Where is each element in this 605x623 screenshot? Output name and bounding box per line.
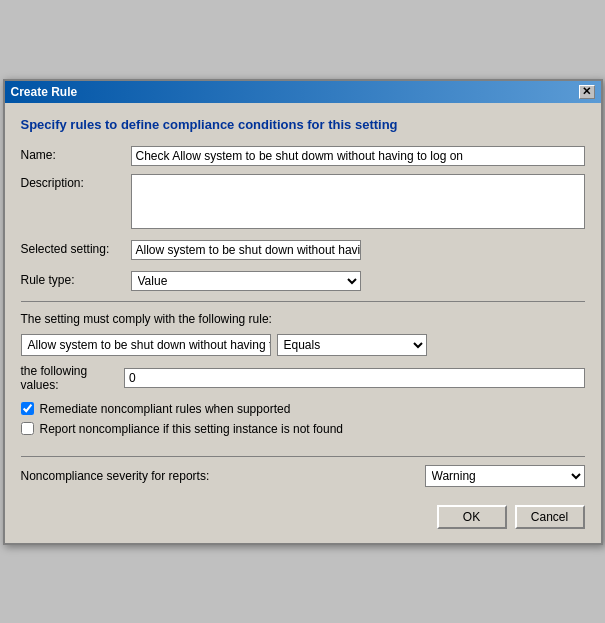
following-values-row: the following values: (21, 364, 585, 392)
severity-select[interactable]: Warning Critical Informational None Unkn… (425, 465, 585, 487)
dialog-title: Create Rule (11, 85, 78, 99)
remediate-row: Remediate noncompliant rules when suppor… (21, 402, 585, 416)
description-group: Description: (21, 174, 585, 232)
report-row: Report noncompliance if this setting ins… (21, 422, 585, 436)
name-label: Name: (21, 146, 131, 162)
severity-label: Noncompliance severity for reports: (21, 469, 425, 483)
following-values-label: the following values: (21, 364, 119, 392)
name-group: Name: (21, 146, 585, 166)
create-rule-dialog: Create Rule ✕ Specify rules to define co… (3, 79, 603, 545)
checkbox-group: Remediate noncompliant rules when suppor… (21, 402, 585, 436)
rule-note: The setting must comply with the followi… (21, 312, 585, 326)
rule-type-group: Rule type: Value Existential (21, 271, 585, 291)
following-values-input[interactable] (124, 368, 584, 388)
remediate-checkbox[interactable] (21, 402, 34, 415)
cancel-button[interactable]: Cancel (515, 505, 585, 529)
severity-row: Noncompliance severity for reports: Warn… (21, 465, 585, 487)
rule-type-wrap: Value Existential (131, 271, 585, 291)
selected-setting-group: Selected setting: Allow system to be shu… (21, 240, 585, 263)
description-label: Description: (21, 174, 131, 190)
dialog-content: Specify rules to define compliance condi… (5, 103, 601, 543)
selected-setting-value: Allow system to be shut down without hav… (131, 240, 361, 260)
rule-type-select[interactable]: Value Existential (131, 271, 361, 291)
description-input[interactable] (131, 174, 585, 229)
rule-type-label: Rule type: (21, 271, 131, 287)
report-checkbox[interactable] (21, 422, 34, 435)
selected-setting-wrap: Allow system to be shut down without hav… (131, 240, 585, 263)
name-input[interactable] (131, 146, 585, 166)
rule-section: The setting must comply with the followi… (21, 312, 585, 392)
dialog-subtitle: Specify rules to define compliance condi… (21, 117, 585, 132)
title-bar: Create Rule ✕ (5, 81, 601, 103)
rule-operator-select[interactable]: Equals Not equals Greater than Less than… (277, 334, 427, 356)
report-label: Report noncompliance if this setting ins… (40, 422, 344, 436)
description-wrap (131, 174, 585, 232)
remediate-label: Remediate noncompliant rules when suppor… (40, 402, 291, 416)
rule-condition-row: Allow system to be shut down without hav… (21, 334, 585, 356)
button-row: OK Cancel (21, 499, 585, 533)
selected-setting-label: Selected setting: (21, 240, 131, 256)
section-divider (21, 301, 585, 302)
bottom-section: Noncompliance severity for reports: Warn… (21, 456, 585, 533)
ok-button[interactable]: OK (437, 505, 507, 529)
close-button[interactable]: ✕ (579, 85, 595, 99)
name-input-wrap (131, 146, 585, 166)
rule-setting-box: Allow system to be shut down without hav… (21, 334, 271, 356)
